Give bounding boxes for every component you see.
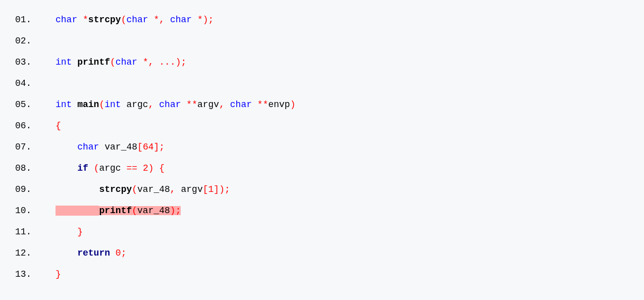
- line-content: strcpy(var_48, argv[1]);: [56, 185, 230, 194]
- number-64: 64: [143, 142, 154, 152]
- keyword-char: char: [230, 99, 252, 110]
- fn-printf: printf: [77, 57, 110, 67]
- lparen: (: [132, 206, 137, 216]
- lbrace: {: [56, 121, 61, 131]
- ident-argc: argc: [126, 99, 148, 110]
- line-content: int main(int argc, char **argv, char **e…: [56, 100, 295, 109]
- line-number: 08.: [0, 164, 56, 173]
- number-1: 1: [208, 184, 214, 194]
- line-number: 01.: [0, 15, 56, 24]
- line-content: if (argc == 2) {: [56, 164, 165, 173]
- lbracket: [: [203, 184, 208, 194]
- rparen: ): [219, 184, 225, 194]
- rbracket: ]: [153, 142, 159, 152]
- line-content: }: [56, 270, 61, 279]
- rparen: ): [148, 163, 154, 173]
- lparen: (: [99, 99, 104, 110]
- keyword-int: int: [104, 99, 121, 110]
- lbrace: {: [159, 163, 165, 173]
- lparen: (: [110, 57, 116, 67]
- number-2: 2: [143, 163, 148, 173]
- operator-star: *: [154, 15, 159, 25]
- code-line: 11. }: [0, 227, 644, 236]
- rparen: ): [170, 206, 176, 216]
- semicolon: ;: [176, 206, 181, 216]
- rbrace: }: [77, 227, 83, 237]
- keyword-char: char: [126, 15, 148, 25]
- line-number: 06.: [0, 121, 56, 130]
- line-number: 02.: [0, 36, 56, 45]
- fn-strcpy: strcpy: [99, 184, 132, 194]
- keyword-char: char: [56, 15, 77, 25]
- ident-envp: envp: [268, 99, 290, 110]
- line-number: 12.: [0, 248, 56, 258]
- line-number: 13.: [0, 270, 56, 279]
- line-number: 05.: [0, 100, 56, 109]
- code-block: 01. char *strcpy(char *, char *); 02. 03…: [0, 15, 644, 279]
- ellipsis: ...: [159, 57, 175, 67]
- code-line: 12. return 0;: [0, 248, 644, 258]
- keyword-int: int: [56, 99, 72, 110]
- lbracket: [: [137, 142, 143, 152]
- semicolon: ;: [225, 184, 230, 194]
- lparen: (: [132, 184, 137, 194]
- keyword-if: if: [77, 163, 88, 173]
- line-content: char *strcpy(char *, char *);: [56, 15, 213, 24]
- rparen: ): [203, 15, 208, 25]
- ident-var48: var_48: [137, 184, 170, 194]
- fn-printf: printf: [99, 206, 132, 216]
- ident-var48: var_48: [137, 206, 170, 216]
- code-line: 08. if (argc == 2) {: [0, 164, 644, 173]
- keyword-char: char: [170, 15, 192, 25]
- code-line: 06. {: [0, 121, 644, 130]
- code-line: 01. char *strcpy(char *, char *);: [0, 15, 644, 24]
- number-0: 0: [116, 248, 121, 258]
- code-line: 09. strcpy(var_48, argv[1]);: [0, 185, 644, 194]
- semicolon: ;: [121, 248, 127, 258]
- line-number: 10.: [0, 206, 56, 215]
- line-number: 04.: [0, 79, 56, 88]
- line-content: char var_48[64];: [56, 142, 165, 152]
- comma: ,: [159, 15, 165, 25]
- line-content: return 0;: [56, 248, 126, 258]
- code-line: 04.: [0, 79, 644, 88]
- comma: ,: [148, 99, 154, 110]
- fn-main: main: [77, 99, 99, 110]
- line-content: int printf(char *, ...);: [56, 58, 186, 67]
- keyword-return: return: [77, 248, 110, 258]
- comma: ,: [219, 99, 225, 110]
- line-number: 09.: [0, 185, 56, 194]
- code-line: 07. char var_48[64];: [0, 142, 644, 152]
- semicolon: ;: [208, 15, 214, 25]
- line-content: printf(var_48);: [56, 206, 181, 215]
- rbrace: }: [56, 269, 61, 279]
- line-content: {: [56, 121, 61, 130]
- code-line: 03. int printf(char *, ...);: [0, 58, 644, 67]
- line-content: }: [56, 227, 83, 236]
- rparen: ): [176, 57, 181, 67]
- ident-argv: argv: [181, 184, 202, 194]
- fn-strcpy: strcpy: [88, 15, 121, 25]
- keyword-char: char: [159, 99, 181, 110]
- rparen: ): [290, 99, 296, 110]
- line-number: 07.: [0, 142, 56, 152]
- rbracket: ]: [213, 184, 219, 194]
- keyword-char: char: [116, 57, 137, 67]
- operator-starstar: **: [257, 99, 269, 110]
- keyword-int: int: [56, 57, 72, 67]
- code-line: 13. }: [0, 270, 644, 279]
- lparen: (: [121, 15, 127, 25]
- operator-star: *: [197, 15, 203, 25]
- highlight-region: printf(var_48);: [56, 206, 181, 215]
- semicolon: ;: [181, 57, 187, 67]
- operator-star: *: [143, 57, 148, 67]
- lparen: (: [94, 163, 99, 173]
- line-number: 03.: [0, 58, 56, 67]
- ident-argv: argv: [197, 99, 219, 110]
- operator-starstar: **: [186, 99, 197, 110]
- comma: ,: [170, 184, 176, 194]
- ident-var48: var_48: [104, 142, 137, 152]
- operator-eqeq: ==: [126, 163, 137, 173]
- semicolon: ;: [159, 142, 165, 152]
- ident-argc: argc: [99, 163, 121, 173]
